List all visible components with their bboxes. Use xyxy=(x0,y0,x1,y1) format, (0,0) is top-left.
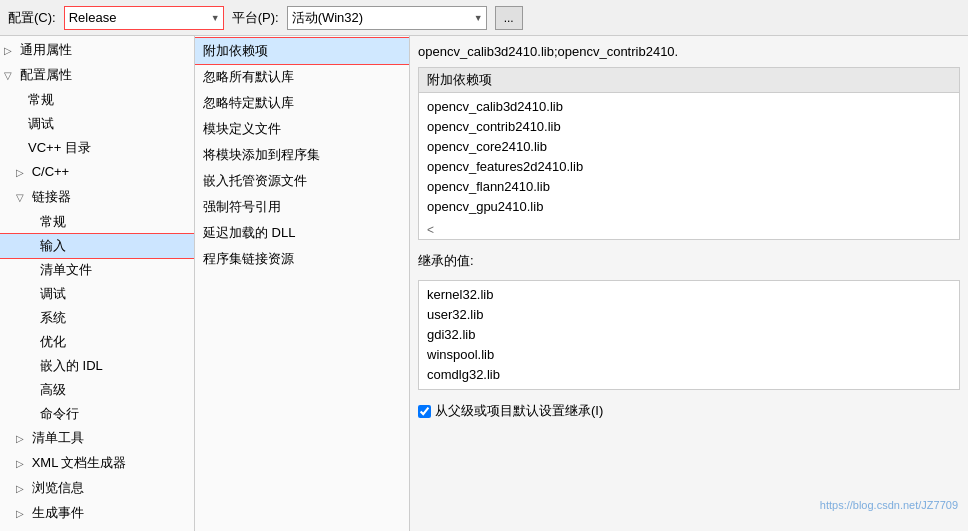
tree-label-linker-manifest: 清单文件 xyxy=(40,262,92,277)
inherited-lib-entry: kernel32.lib xyxy=(427,285,951,305)
tree-item-linker[interactable]: ▽ 链接器 xyxy=(0,185,194,210)
tree-item-cpp[interactable]: ▷ C/C++ xyxy=(0,160,194,185)
platform-label: 平台(P): xyxy=(232,9,279,27)
tree-item-linker-optimize[interactable]: 优化 xyxy=(0,330,194,354)
middle-label-ignore-specific: 忽略特定默认库 xyxy=(203,95,294,110)
main-content: ▷ 通用属性▽ 配置属性常规调试VC++ 目录▷ C/C++▽ 链接器常规输入清… xyxy=(0,36,968,531)
tree-item-linker-general[interactable]: 常规 xyxy=(0,210,194,234)
expand-icon-xml-gen: ▷ xyxy=(16,454,28,474)
middle-item-delay-dll[interactable]: 延迟加载的 DLL xyxy=(195,220,409,246)
lib-entry: opencv_core2410.lib xyxy=(427,137,951,157)
inherited-lib-entry: user32.lib xyxy=(427,305,951,325)
lib-entry: opencv_flann2410.lib xyxy=(427,177,951,197)
tree-item-build-events[interactable]: ▷ 生成事件 xyxy=(0,501,194,526)
tree-panel: ▷ 通用属性▽ 配置属性常规调试VC++ 目录▷ C/C++▽ 链接器常规输入清… xyxy=(0,36,195,531)
tree-item-custom-build[interactable]: ▷ 自定义生成步骤 xyxy=(0,526,194,531)
tree-label-general2: 常规 xyxy=(28,92,54,107)
tree-item-general[interactable]: ▷ 通用属性 xyxy=(0,38,194,63)
tree-label-linker-cmdline: 命令行 xyxy=(40,406,79,421)
tree-item-linker-advanced[interactable]: 高级 xyxy=(0,378,194,402)
middle-item-add-module[interactable]: 将模块添加到程序集 xyxy=(195,142,409,168)
tree-item-vcpp-dirs[interactable]: VC++ 目录 xyxy=(0,136,194,160)
inherited-lib-entry: comdlg32.lib xyxy=(427,365,951,385)
tree-label-manifest-tool: 清单工具 xyxy=(32,430,84,445)
tree-item-linker-system[interactable]: 系统 xyxy=(0,306,194,330)
tree-item-linker-cmdline[interactable]: 命令行 xyxy=(0,402,194,426)
expand-icon-general: ▷ xyxy=(4,41,16,61)
toolbar: 配置(C): DebugReleaseDebug|Win32Release|Wi… xyxy=(0,0,968,36)
config-label: 配置(C): xyxy=(8,9,56,27)
middle-label-force-sym: 强制符号引用 xyxy=(203,199,281,214)
middle-item-assembly-link[interactable]: 程序集链接资源 xyxy=(195,246,409,272)
tree-item-xml-gen[interactable]: ▷ XML 文档生成器 xyxy=(0,451,194,476)
expand-icon-config-props: ▽ xyxy=(4,66,16,86)
inherited-lib-entry: gdi32.lib xyxy=(427,325,951,345)
expand-icon-cpp: ▷ xyxy=(16,163,28,183)
right-panel: opencv_calib3d2410.lib;opencv_contrib241… xyxy=(410,36,968,531)
tree-label-xml-gen: XML 文档生成器 xyxy=(32,455,127,470)
tree-label-linker-advanced: 高级 xyxy=(40,382,66,397)
tree-item-browse-info[interactable]: ▷ 浏览信息 xyxy=(0,476,194,501)
tree-item-config-props[interactable]: ▽ 配置属性 xyxy=(0,63,194,88)
tree-label-general: 通用属性 xyxy=(20,42,72,57)
tree-label-config-props: 配置属性 xyxy=(20,67,72,82)
middle-label-module-def: 模块定义文件 xyxy=(203,121,281,136)
tree-label-debug: 调试 xyxy=(28,116,54,131)
lib-entry: opencv_gpu2410.lib xyxy=(427,197,951,217)
tree-label-browse-info: 浏览信息 xyxy=(32,480,84,495)
inherited-box: kernel32.libuser32.libgdi32.libwinspool.… xyxy=(418,280,960,390)
inherited-lib-entry: winspool.lib xyxy=(427,345,951,365)
inherited-label: 继承的值: xyxy=(418,248,960,272)
lib-entry: opencv_features2d2410.lib xyxy=(427,157,951,177)
middle-item-ignore-specific[interactable]: 忽略特定默认库 xyxy=(195,90,409,116)
middle-item-additional-deps[interactable]: 附加依赖项 xyxy=(195,38,409,64)
tree-label-build-events: 生成事件 xyxy=(32,505,84,520)
tree-label-linker-optimize: 优化 xyxy=(40,334,66,349)
right-header: opencv_calib3d2410.lib;opencv_contrib241… xyxy=(418,44,960,59)
libs-list: opencv_calib3d2410.libopencv_contrib2410… xyxy=(419,93,959,221)
tree-item-linker-input[interactable]: 输入 xyxy=(0,234,194,258)
tree-label-linker-idl: 嵌入的 IDL xyxy=(40,358,103,373)
middle-label-embed-managed: 嵌入托管资源文件 xyxy=(203,173,307,188)
scroll-indicator: < xyxy=(419,221,959,239)
middle-item-embed-managed[interactable]: 嵌入托管资源文件 xyxy=(195,168,409,194)
lib-entry: opencv_calib3d2410.lib xyxy=(427,97,951,117)
tree-label-cpp: C/C++ xyxy=(32,164,70,179)
tree-label-vcpp-dirs: VC++ 目录 xyxy=(28,140,91,155)
inherit-checkbox-label[interactable]: 从父级或项目默认设置继承(I) xyxy=(435,402,603,420)
tree-item-manifest-tool[interactable]: ▷ 清单工具 xyxy=(0,426,194,451)
ellipsis-button[interactable]: ... xyxy=(495,6,523,30)
middle-label-delay-dll: 延迟加载的 DLL xyxy=(203,225,295,240)
tree-label-linker-debug: 调试 xyxy=(40,286,66,301)
platform-select[interactable]: 活动(Win32)Win32x64 xyxy=(287,6,487,30)
tree-item-debug[interactable]: 调试 xyxy=(0,112,194,136)
additional-deps-box: 附加依赖项 opencv_calib3d2410.libopencv_contr… xyxy=(418,67,960,240)
inherit-checkbox[interactable] xyxy=(418,405,431,418)
tree-item-linker-idl[interactable]: 嵌入的 IDL xyxy=(0,354,194,378)
tree-item-linker-manifest[interactable]: 清单文件 xyxy=(0,258,194,282)
expand-icon-build-events: ▷ xyxy=(16,504,28,524)
middle-item-force-sym[interactable]: 强制符号引用 xyxy=(195,194,409,220)
inherit-checkbox-row: 从父级或项目默认设置继承(I) xyxy=(418,398,960,424)
tree-item-general2[interactable]: 常规 xyxy=(0,88,194,112)
middle-label-add-module: 将模块添加到程序集 xyxy=(203,147,320,162)
middle-label-ignore-all: 忽略所有默认库 xyxy=(203,69,294,84)
lib-entry: opencv_contrib2410.lib xyxy=(427,117,951,137)
expand-icon-manifest-tool: ▷ xyxy=(16,429,28,449)
tree-item-linker-debug[interactable]: 调试 xyxy=(0,282,194,306)
platform-select-wrapper: 活动(Win32)Win32x64 xyxy=(287,6,487,30)
middle-item-module-def[interactable]: 模块定义文件 xyxy=(195,116,409,142)
middle-label-assembly-link: 程序集链接资源 xyxy=(203,251,294,266)
tree-label-linker-general: 常规 xyxy=(40,214,66,229)
tree-label-linker: 链接器 xyxy=(32,189,71,204)
expand-icon-linker: ▽ xyxy=(16,188,28,208)
tree-label-linker-system: 系统 xyxy=(40,310,66,325)
middle-label-additional-deps: 附加依赖项 xyxy=(203,43,268,58)
tree-label-linker-input: 输入 xyxy=(40,238,66,253)
additional-deps-title: 附加依赖项 xyxy=(419,68,959,93)
middle-panel: 附加依赖项忽略所有默认库忽略特定默认库模块定义文件将模块添加到程序集嵌入托管资源… xyxy=(195,36,410,531)
config-select-wrapper: DebugReleaseDebug|Win32Release|Win32 xyxy=(64,6,224,30)
inherited-libs-list: kernel32.libuser32.libgdi32.libwinspool.… xyxy=(419,281,959,389)
config-select[interactable]: DebugReleaseDebug|Win32Release|Win32 xyxy=(64,6,224,30)
middle-item-ignore-all[interactable]: 忽略所有默认库 xyxy=(195,64,409,90)
